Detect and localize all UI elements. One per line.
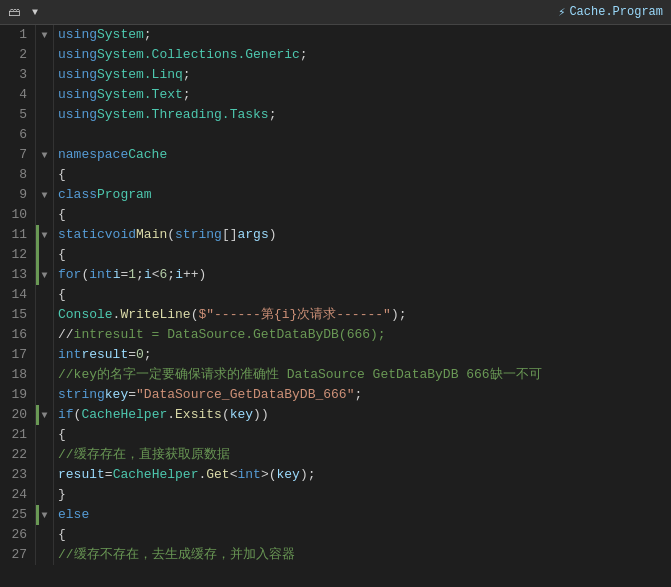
gutter-line xyxy=(36,525,53,545)
line-number: 26 xyxy=(8,525,27,545)
token-ch: ); xyxy=(391,305,407,325)
line-number: 1 xyxy=(8,25,27,45)
code-line: { xyxy=(54,205,671,225)
token-cn: Program xyxy=(97,185,152,205)
code-line: if (CacheHelper.Exsits(key)) xyxy=(54,405,671,425)
token-ch: ; xyxy=(183,85,191,105)
token-ch: ( xyxy=(74,405,82,425)
line-number: 13 xyxy=(8,265,27,285)
token-ns: System.Collections.Generic xyxy=(97,45,300,65)
token-ch: { xyxy=(58,425,66,445)
token-ch: )) xyxy=(253,405,269,425)
token-ch: . xyxy=(198,465,206,485)
green-indicator xyxy=(36,505,39,525)
gutter-line xyxy=(36,385,53,405)
gutter-line xyxy=(36,65,53,85)
token-ch: { xyxy=(58,165,66,185)
gutter-line xyxy=(36,545,53,565)
title-left: 🗃 ▼ xyxy=(8,5,38,20)
token-ch: ; xyxy=(167,265,175,285)
gutter: ▼▼▼▼▼▼▼ xyxy=(36,25,54,565)
token-ch: ; xyxy=(183,65,191,85)
token-kw: string xyxy=(175,225,222,245)
code-line: { xyxy=(54,245,671,265)
breadcrumb: Cache.Program xyxy=(569,5,663,19)
token-st: $"------第{i}次请求------" xyxy=(198,305,390,325)
code-line: } xyxy=(54,485,671,505)
gutter-line[interactable]: ▼ xyxy=(36,145,53,165)
line-number: 21 xyxy=(8,425,27,445)
token-kw: void xyxy=(105,225,136,245)
gutter-line xyxy=(36,425,53,445)
code-line: Console.WriteLine($"------第{i}次请求------"… xyxy=(54,305,671,325)
gutter-line xyxy=(36,305,53,325)
gutter-line[interactable]: ▼ xyxy=(36,25,53,45)
token-kw: if xyxy=(58,405,74,425)
line-number: 20 xyxy=(8,405,27,425)
token-var: result xyxy=(81,345,128,365)
token-var: key xyxy=(277,465,300,485)
code-line: using System; xyxy=(54,25,671,45)
gutter-line xyxy=(36,345,53,365)
gutter-line xyxy=(36,45,53,65)
token-ch: < xyxy=(152,265,160,285)
token-var: i xyxy=(113,265,121,285)
token-ch: ); xyxy=(300,465,316,485)
title-bar: 🗃 ▼ ⚡ Cache.Program xyxy=(0,0,671,25)
code-line: { xyxy=(54,425,671,445)
token-ch: < xyxy=(230,465,238,485)
line-number: 7 xyxy=(8,145,27,165)
token-ch: ) xyxy=(269,225,277,245)
gutter-line xyxy=(36,365,53,385)
token-nm: 1 xyxy=(128,265,136,285)
token-ch: ; xyxy=(144,345,152,365)
token-ch: { xyxy=(58,205,66,225)
gutter-line xyxy=(36,105,53,125)
token-ns: System.Threading.Tasks xyxy=(97,105,269,125)
token-ns: System xyxy=(97,25,144,45)
green-indicator xyxy=(36,245,39,265)
editor-container: 1234567891011121314151617181920212223242… xyxy=(0,25,671,565)
token-ch: = xyxy=(128,385,136,405)
dropdown-arrow[interactable]: ▼ xyxy=(32,7,38,18)
code-line: for (int i = 1; i < 6; i++) xyxy=(54,265,671,285)
gutter-line xyxy=(36,125,53,145)
token-ch: = xyxy=(105,465,113,485)
token-ch: ( xyxy=(222,405,230,425)
gutter-line[interactable]: ▼ xyxy=(36,185,53,205)
token-var: args xyxy=(237,225,268,245)
token-cm: //缓存存在，直接获取原数据 xyxy=(58,445,230,465)
line-number: 10 xyxy=(8,205,27,225)
token-kw: namespace xyxy=(58,145,128,165)
code-line: class Program xyxy=(54,185,671,205)
token-nm: 0 xyxy=(136,345,144,365)
gutter-line xyxy=(36,325,53,345)
token-cm: result = DataSource.GetDataByDB(666); xyxy=(97,325,386,345)
title-right: ⚡ Cache.Program xyxy=(558,5,663,20)
gutter-line xyxy=(36,205,53,225)
token-kw: int xyxy=(58,345,81,365)
line-number: 22 xyxy=(8,445,27,465)
token-var: i xyxy=(144,265,152,285)
token-ch: . xyxy=(113,305,121,325)
token-kw: class xyxy=(58,185,97,205)
line-number: 27 xyxy=(8,545,27,565)
code-line: { xyxy=(54,285,671,305)
token-fn: Main xyxy=(136,225,167,245)
token-kw: static xyxy=(58,225,105,245)
token-ns: System.Text xyxy=(97,85,183,105)
token-ch: } xyxy=(58,485,66,505)
line-number: 3 xyxy=(8,65,27,85)
code-line: using System.Linq; xyxy=(54,65,671,85)
token-ch: [] xyxy=(222,225,238,245)
token-ns: Cache xyxy=(128,145,167,165)
token-kw: using xyxy=(58,65,97,85)
token-kw: else xyxy=(58,505,89,525)
token-var: result xyxy=(58,465,105,485)
line-numbers: 1234567891011121314151617181920212223242… xyxy=(0,25,36,565)
token-var: key xyxy=(230,405,253,425)
token-kw: int xyxy=(237,465,260,485)
line-number: 8 xyxy=(8,165,27,185)
gutter-line xyxy=(36,445,53,465)
token-ch: ( xyxy=(167,225,175,245)
